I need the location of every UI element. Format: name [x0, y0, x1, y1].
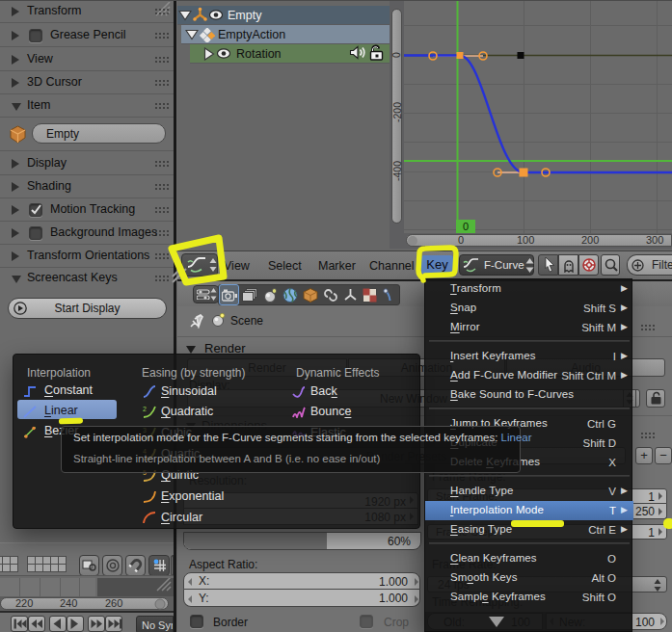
svg-text:2: 2 [143, 406, 147, 412]
svg-text:0: 0 [463, 221, 469, 232]
